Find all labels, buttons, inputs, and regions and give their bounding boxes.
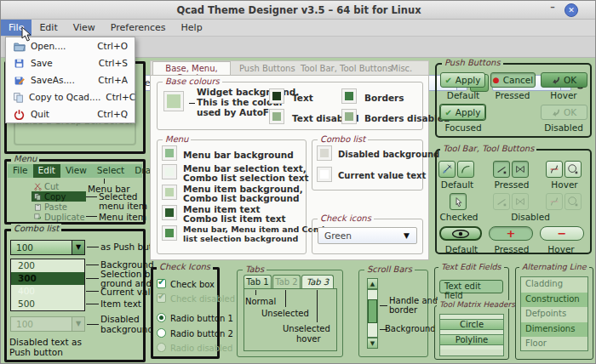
layer-row-cladding[interactable]: Cladding bbox=[521, 277, 587, 293]
cancel-button-pressed[interactable]: ● Cancel bbox=[490, 72, 536, 88]
radio-disabled-label: Radio disabled bbox=[170, 344, 232, 353]
text-edit-field[interactable]: Text edit field bbox=[439, 280, 503, 293]
line-icon bbox=[496, 196, 507, 208]
duplicate-icon bbox=[34, 213, 42, 221]
tool-button-cursor-checked[interactable] bbox=[450, 193, 467, 210]
plus-icon: + bbox=[507, 227, 516, 240]
combo-arrow-icon[interactable]: ▼ bbox=[72, 241, 84, 254]
demo-menu-item-cut[interactable]: Cut bbox=[32, 181, 86, 191]
list-item[interactable]: 200 bbox=[11, 259, 84, 272]
ann-item-text: Item text bbox=[100, 299, 141, 309]
matrix-header-circle[interactable]: Circle bbox=[440, 319, 503, 330]
demo-menu-item-duplicate[interactable]: Duplicate bbox=[32, 212, 86, 222]
layer-row-defpoints[interactable]: Defpoints bbox=[521, 307, 587, 322]
demo-tab-1[interactable]: Tab 1 bbox=[244, 275, 272, 288]
checkbox-checked[interactable]: ✔ bbox=[157, 279, 166, 288]
matrix-header-polyline[interactable]: Polyline bbox=[440, 334, 503, 345]
menubar-selection-text-swatch[interactable] bbox=[163, 165, 176, 179]
ok-button-hover[interactable]: OK bbox=[541, 72, 587, 88]
eye-button-checked[interactable] bbox=[439, 226, 482, 241]
scrollbar-handle[interactable] bbox=[368, 299, 377, 323]
tool-button-pen[interactable] bbox=[438, 161, 456, 178]
current-value-text-swatch[interactable] bbox=[318, 168, 331, 181]
demo-tab-3[interactable]: Tab 3 bbox=[301, 275, 334, 288]
list-item-current[interactable]: 400 bbox=[11, 285, 84, 298]
connector bbox=[87, 247, 99, 247]
borders-disabled-swatch[interactable] bbox=[342, 110, 356, 123]
borders-swatch[interactable] bbox=[342, 89, 356, 103]
apply-button-default[interactable]: ✔ Apply bbox=[440, 72, 485, 88]
apply-button-focused[interactable]: ✔ Apply bbox=[440, 105, 485, 120]
demo-menu-item-copy-selected[interactable]: Copy bbox=[32, 191, 86, 202]
demo-menubar-select[interactable]: Select bbox=[92, 164, 129, 178]
tool-button-circle-hover[interactable] bbox=[564, 161, 582, 178]
cap-focused: Focused bbox=[444, 122, 481, 133]
connector bbox=[86, 304, 99, 304]
tab-base-menu-combo[interactable]: Base, Menu, Combo bbox=[152, 61, 231, 76]
menu-preferences[interactable]: Preferences bbox=[103, 20, 174, 36]
checkbox-label: Check box bbox=[170, 280, 215, 289]
menu-item-text-swatch[interactable] bbox=[163, 206, 176, 219]
tool-button-shape-pressed[interactable] bbox=[512, 161, 529, 178]
layer-row-floor[interactable]: Floor bbox=[521, 337, 587, 351]
menu-help[interactable]: Help bbox=[174, 20, 210, 36]
demo-combo[interactable]: 100 ▼ bbox=[10, 240, 85, 255]
selection-bg-swatch[interactable] bbox=[163, 226, 176, 240]
current-value-text-label: Current value text bbox=[338, 171, 426, 180]
menu-item-bg-swatch[interactable] bbox=[163, 185, 176, 199]
text-disabled-swatch[interactable] bbox=[270, 110, 284, 123]
layer-row-dimensions[interactable]: Dimensions bbox=[521, 322, 587, 338]
text-colour-swatch[interactable] bbox=[270, 89, 284, 103]
paste-icon bbox=[34, 203, 42, 211]
menubar-bg-swatch[interactable] bbox=[163, 146, 176, 160]
file-menu-dropdown: Open.... Ctrl+O Save Ctrl+S SaveAs.... C… bbox=[5, 37, 135, 123]
minus-button-hover[interactable]: − bbox=[540, 226, 584, 241]
line-icon bbox=[496, 163, 507, 175]
demo-menubar-view[interactable]: View bbox=[60, 164, 92, 178]
tab-push-buttons[interactable]: Push Buttons bbox=[239, 64, 295, 73]
copy-icon bbox=[13, 91, 24, 104]
file-menu-save[interactable]: Save Ctrl+S bbox=[6, 54, 135, 71]
selection-bg-label-2: list selection background bbox=[183, 234, 298, 243]
minimize-button[interactable]: – bbox=[546, 2, 559, 17]
demo-tab-2[interactable]: Tab 2 bbox=[272, 275, 301, 288]
checkbox-disabled: ✔ bbox=[157, 293, 166, 303]
tool-matrix-title: Tool Matrix Headers bbox=[437, 300, 518, 309]
connector bbox=[285, 290, 286, 307]
close-button[interactable]: ✕ bbox=[564, 3, 578, 17]
file-menu-copy-to-qcad[interactable]: Copy to Qcad.... Ctrl+C bbox=[6, 88, 135, 105]
radio-unselected[interactable] bbox=[157, 328, 166, 338]
demo-menu-item-paste[interactable]: Paste bbox=[32, 202, 86, 212]
check-icon-color-combo[interactable]: Green ▼ bbox=[318, 227, 417, 244]
list-item[interactable]: 500 bbox=[11, 298, 84, 310]
demo-menubar-file[interactable]: File bbox=[8, 164, 33, 178]
plus-button-pressed[interactable]: + bbox=[489, 226, 533, 241]
menubar-selection-text-label-2: Combo list selection text bbox=[183, 173, 309, 183]
radio-selected[interactable] bbox=[157, 313, 166, 322]
text-edit-title: Text Edit Fields bbox=[438, 262, 504, 271]
check-icons-select-title: Check icons bbox=[318, 213, 374, 223]
tool-button-line-pressed[interactable] bbox=[493, 161, 510, 178]
selection-bg-label-1: Menu bar, Menu item and Combo bbox=[183, 225, 333, 234]
menu-view[interactable]: View bbox=[66, 20, 103, 36]
demo-menubar-edit-selected[interactable]: Edit bbox=[33, 164, 60, 178]
tab-toolbar-toolbuttons[interactable]: Tool Bar, Tool Buttons bbox=[301, 64, 392, 73]
ann-disabled-2: background bbox=[100, 324, 153, 334]
file-menu-saveas[interactable]: SaveAs.... Ctrl+A bbox=[6, 71, 135, 88]
layer-row-construction[interactable]: Construction bbox=[521, 293, 587, 308]
tool-button-arc[interactable] bbox=[457, 161, 474, 178]
list-item-selected[interactable]: 300 bbox=[11, 272, 84, 285]
widget-background-swatch[interactable] bbox=[164, 92, 183, 111]
app-window: Qcad Theme Designer v3.5 – 64 bit for Li… bbox=[0, 0, 596, 364]
tab-misc[interactable]: Misc. bbox=[391, 64, 412, 73]
scroll-down-button[interactable]: ▼ bbox=[367, 338, 378, 349]
ann-menu-item: Menu item bbox=[99, 212, 146, 222]
menu-edit[interactable]: Edit bbox=[32, 20, 65, 36]
scroll-up-button[interactable]: ▲ bbox=[367, 278, 378, 289]
connector bbox=[86, 216, 97, 217]
cap-pressed: Pressed bbox=[496, 90, 530, 100]
disabled-bg-swatch[interactable] bbox=[318, 146, 331, 160]
file-menu-quit[interactable]: Quit Ctrl+Q bbox=[6, 105, 135, 122]
tool-button-spline-hover[interactable] bbox=[546, 161, 563, 178]
cap-wide-pressed: Pressed bbox=[495, 244, 530, 254]
